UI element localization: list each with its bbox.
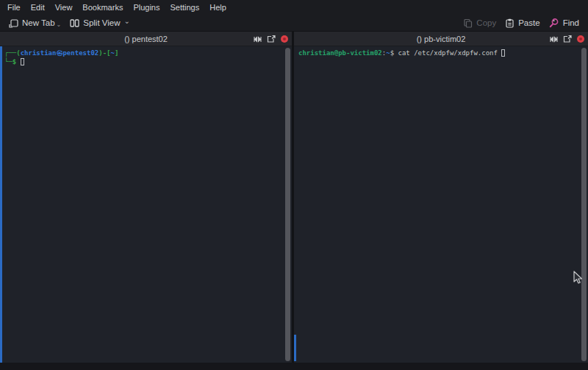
scrollbar-thumb[interactable] bbox=[581, 48, 587, 361]
copy-button[interactable]: Copy bbox=[459, 17, 501, 29]
split-view-icon bbox=[70, 18, 79, 28]
find-icon bbox=[549, 18, 559, 28]
find-button[interactable]: Find bbox=[545, 16, 584, 29]
window-bottom-edge bbox=[0, 363, 588, 370]
prompt-line-2: └─$ bbox=[4, 57, 283, 66]
menu-edit[interactable]: Edit bbox=[26, 0, 50, 15]
toolbar: New Tab ⌄ Split View ⌄ Copy Paste bbox=[0, 15, 588, 31]
detach-view-icon[interactable] bbox=[563, 35, 572, 43]
find-label: Find bbox=[563, 18, 579, 27]
pane-header-actions bbox=[550, 32, 584, 46]
scrollbar[interactable] bbox=[285, 48, 291, 361]
pane-title: () pentest02 bbox=[124, 35, 168, 43]
pane-pentest02: () pentest02 ┌──(christian㉿pentest02)-[~… bbox=[0, 32, 292, 363]
pane-title: () pb-victim02 bbox=[417, 35, 466, 43]
menu-help[interactable]: Help bbox=[204, 0, 232, 15]
prompt-user-host: christian㉿pentest02 bbox=[21, 49, 99, 57]
menu-plugins[interactable]: Plugins bbox=[128, 0, 165, 15]
focus-indicator bbox=[0, 46, 2, 363]
command-text: cat /etc/xdpfw/xdpfw.conf bbox=[394, 49, 501, 57]
terminal-pentest02[interactable]: ┌──(christian㉿pentest02)-[~] └─$ bbox=[0, 46, 292, 363]
split-view-label: Split View bbox=[83, 18, 120, 27]
detach-view-icon[interactable] bbox=[267, 35, 276, 43]
prompt-frame-bottom: └─$ bbox=[4, 58, 21, 65]
pane-pb-victim02: () pb-victim02 christian@pb-victim02:~$ … bbox=[294, 32, 588, 363]
terminal-output: ┌──(christian㉿pentest02)-[~] └─$ bbox=[4, 49, 283, 66]
pane-header-pb-victim02[interactable]: () pb-victim02 bbox=[294, 32, 588, 46]
maximize-view-icon[interactable] bbox=[254, 35, 262, 43]
paste-label: Paste bbox=[518, 18, 539, 27]
prompt-frame-close: ] bbox=[115, 49, 118, 57]
pane-header-actions bbox=[254, 32, 288, 46]
menubar: File Edit View Bookmarks Plugins Setting… bbox=[0, 0, 588, 15]
split-view-button[interactable]: Split View ⌄ bbox=[65, 17, 135, 29]
scrollbar[interactable] bbox=[581, 48, 587, 361]
prompt-frame-mid: )-[ bbox=[98, 49, 110, 57]
maximize-view-icon[interactable] bbox=[550, 35, 558, 43]
terminal-pb-victim02[interactable]: christian@pb-victim02:~$ cat /etc/xdpfw/… bbox=[294, 46, 588, 363]
prompt-line: christian@pb-victim02:~$ cat /etc/xdpfw/… bbox=[298, 49, 579, 57]
menu-file[interactable]: File bbox=[2, 0, 26, 15]
new-tab-button[interactable]: New Tab ⌄ bbox=[4, 17, 65, 29]
prompt-line-1: ┌──(christian㉿pentest02)-[~] bbox=[4, 49, 283, 57]
terminal-cursor bbox=[21, 58, 24, 65]
scrollbar-thumb[interactable] bbox=[285, 48, 290, 361]
terminal-output: christian@pb-victim02:~$ cat /etc/xdpfw/… bbox=[298, 49, 579, 57]
paste-button[interactable]: Paste bbox=[501, 17, 544, 29]
close-view-button[interactable] bbox=[281, 35, 288, 43]
menu-bookmarks[interactable]: Bookmarks bbox=[77, 0, 128, 15]
chevron-down-icon: ⌄ bbox=[57, 23, 62, 27]
menu-settings[interactable]: Settings bbox=[165, 0, 204, 15]
menu-view[interactable]: View bbox=[50, 0, 78, 15]
konsole-window: File Edit View Bookmarks Plugins Setting… bbox=[0, 0, 588, 370]
paste-icon bbox=[505, 18, 514, 28]
prompt-user-host: christian@pb-victim02 bbox=[298, 49, 382, 57]
terminal-cursor bbox=[501, 49, 505, 57]
pane-header-pentest02[interactable]: () pentest02 bbox=[0, 32, 292, 46]
copy-label: Copy bbox=[476, 18, 496, 27]
prompt-frame-open: ┌──( bbox=[4, 49, 21, 57]
scroll-highlight-indicator bbox=[294, 335, 296, 361]
split-view-container: () pentest02 ┌──(christian㉿pentest02)-[~… bbox=[0, 31, 588, 363]
copy-icon bbox=[463, 18, 473, 28]
close-view-button[interactable] bbox=[577, 35, 584, 43]
chevron-down-icon: ⌄ bbox=[124, 19, 130, 24]
new-tab-label: New Tab bbox=[22, 18, 55, 27]
new-tab-icon bbox=[9, 18, 18, 28]
